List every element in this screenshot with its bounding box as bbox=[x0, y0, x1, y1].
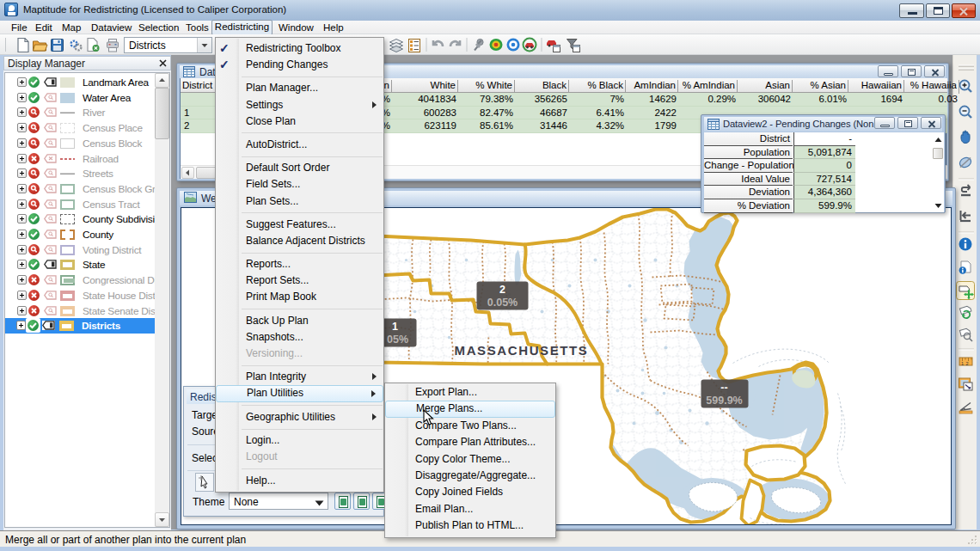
svg-text:599.9%: 599.9% bbox=[706, 395, 742, 407]
svg-text:0.05%: 0.05% bbox=[487, 297, 518, 309]
svg-text:05%: 05% bbox=[387, 334, 408, 346]
svg-text:2: 2 bbox=[966, 361, 969, 366]
svg-text:1: 1 bbox=[961, 361, 964, 366]
svg-text:MASSACHUSETTS: MASSACHUSETTS bbox=[455, 343, 589, 358]
svg-text:1: 1 bbox=[392, 321, 398, 333]
svg-text:2: 2 bbox=[499, 284, 505, 296]
svg-text:--: -- bbox=[720, 382, 727, 394]
